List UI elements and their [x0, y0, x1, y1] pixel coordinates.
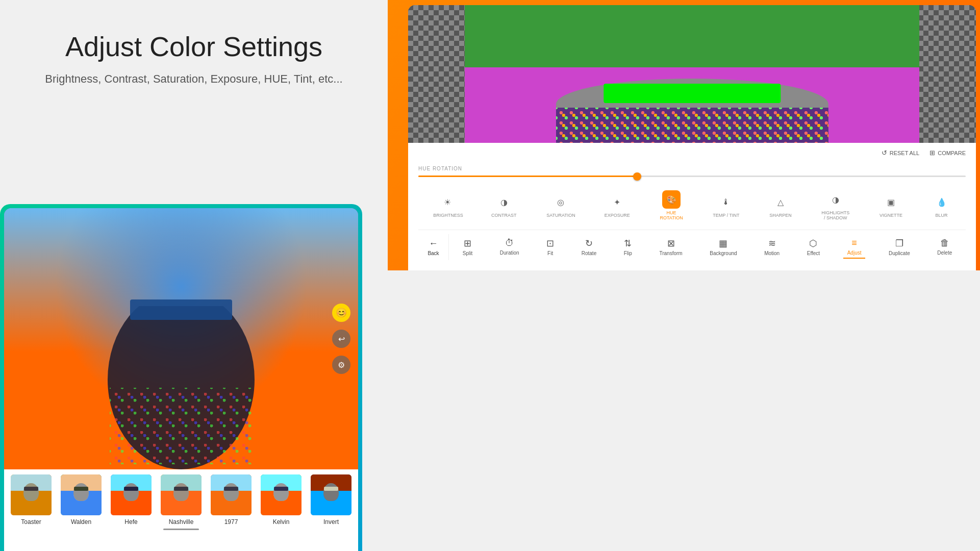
compare-button[interactable]: ⊞ COMPARE — [929, 149, 966, 157]
blur-label: BLUR — [936, 213, 948, 218]
toolbar-item-motion[interactable]: ≋ Motion — [760, 236, 784, 259]
filter-underline-nashville — [163, 529, 199, 530]
sharpen-icon: △ — [771, 193, 790, 211]
adjustment-icons: ☀ BRIGHTNESS ◑ CONTRAST ◎ SATURATION ✦ E… — [418, 186, 966, 224]
toolbar-item-duration[interactable]: ⏱ Duration — [496, 236, 523, 259]
reset-all-label: RESET ALL — [890, 150, 920, 156]
temp-tint-label: TEMP / TINT — [713, 213, 739, 218]
left-title: Adjust Color Settings — [20, 31, 367, 62]
settings-icon[interactable]: ⚙ — [332, 356, 350, 374]
hue-section: HUE ROTATION — [418, 162, 966, 181]
transform-label: Transform — [659, 251, 682, 256]
split-icon: ⊞ — [464, 238, 471, 249]
sharpen-label: SHARPEN — [769, 213, 792, 218]
background-icon: ▦ — [719, 238, 727, 249]
blur-icon: 💧 — [933, 193, 951, 211]
back-label: Back — [428, 251, 439, 256]
effect-label: Effect — [807, 251, 820, 256]
filter-thumb-1977 — [211, 474, 252, 515]
brightness-label: BRIGHTNESS — [433, 213, 461, 218]
toolbar-item-effect[interactable]: ⬡ Effect — [803, 236, 824, 259]
toolbar-icons-left: 😊 ↩ ⚙ — [332, 304, 350, 374]
toolbar-item-duplicate[interactable]: ❐ Duplicate — [885, 236, 914, 259]
list-item[interactable]: Invert — [308, 474, 354, 551]
list-item[interactable]: Nashville — [158, 474, 204, 551]
phone-mockup-right: ↺ RESET ALL ⊞ COMPARE HUE ROTATION — [388, 0, 980, 270]
left-subtitle: Brightness, Contrast, Saturation, Exposu… — [20, 72, 367, 86]
list-item[interactable]: Walden — [58, 474, 104, 551]
adj-hue-rotation[interactable]: 🎨 HUEROTATION — [660, 190, 683, 220]
adj-exposure[interactable]: ✦ EXPOSURE — [605, 193, 630, 218]
adjust-icon: ≡ — [851, 238, 857, 248]
slider-thumb[interactable] — [633, 172, 641, 181]
filter-label-toaster: Toaster — [21, 518, 41, 525]
highlights-shadow-icon: ◑ — [826, 190, 845, 209]
contrast-icon: ◑ — [495, 193, 513, 211]
adj-vignette[interactable]: ▣ VIGNETTE — [880, 193, 902, 218]
list-item[interactable]: 1977 — [208, 474, 254, 551]
duplicate-label: Duplicate — [889, 251, 910, 256]
undo-icon[interactable]: ↩ — [332, 330, 350, 348]
photo-right-content — [465, 5, 919, 143]
phone-inner-left: 😊 ↩ ⚙ — [4, 208, 358, 551]
vignette-icon: ▣ — [882, 193, 900, 211]
toolbar-item-flip[interactable]: ⇅ Flip — [620, 236, 636, 259]
emoji-icon[interactable]: 😊 — [332, 304, 350, 322]
list-item[interactable]: Toaster — [8, 474, 54, 551]
toolbar-item-rotate[interactable]: ↻ Rotate — [577, 236, 600, 259]
duration-icon: ⏱ — [505, 238, 514, 248]
hue-rotation-label: HUEROTATION — [660, 210, 683, 220]
adj-blur[interactable]: 💧 BLUR — [933, 193, 951, 218]
controls-area: ↺ RESET ALL ⊞ COMPARE HUE ROTATION — [408, 143, 976, 270]
phone-mockup-left: 😊 ↩ ⚙ — [0, 204, 362, 551]
filter-thumb-toaster — [11, 474, 52, 515]
flip-label: Flip — [624, 251, 632, 256]
adj-sharpen[interactable]: △ SHARPEN — [769, 193, 792, 218]
filter-label-walden: Walden — [71, 518, 91, 525]
filter-thumb-hefe — [111, 474, 152, 515]
filter-label-1977: 1977 — [224, 518, 238, 525]
hue-slider[interactable] — [418, 176, 966, 177]
saturation-icon: ◎ — [551, 193, 570, 211]
list-item[interactable]: Kelvin — [258, 474, 304, 551]
duration-label: Duration — [500, 250, 519, 256]
toolbar-item-delete[interactable]: 🗑 Delete — [933, 236, 956, 259]
hue-rotation-icon: 🎨 — [662, 190, 681, 209]
reset-all-button[interactable]: ↺ RESET ALL — [882, 149, 920, 157]
toolbar-item-adjust[interactable]: ≡ Adjust — [843, 236, 866, 259]
filter-thumb-invert — [311, 474, 351, 515]
background-label: Background — [710, 251, 737, 256]
duplicate-icon: ❐ — [895, 238, 903, 249]
motion-label: Motion — [764, 251, 780, 256]
adj-highlights-shadow[interactable]: ◑ HIGHLIGHTS / SHADOW — [821, 190, 849, 220]
shirt-dots — [556, 108, 828, 143]
adj-temp-tint[interactable]: 🌡 TEMP / TINT — [713, 193, 739, 218]
adjust-label: Adjust — [847, 250, 862, 256]
filter-strip: Toaster Walden — [4, 469, 358, 551]
toolbar-items-right: ⊞ Split ⏱ Duration ⊡ Fit ↻ — [449, 236, 966, 259]
adj-contrast[interactable]: ◑ CONTRAST — [491, 193, 517, 218]
adj-brightness[interactable]: ☀ BRIGHTNESS — [433, 193, 461, 218]
filter-label-kelvin: Kelvin — [273, 518, 290, 525]
delete-label: Delete — [937, 250, 952, 256]
effect-icon: ⬡ — [809, 238, 817, 249]
photo-bottom-magenta — [465, 67, 919, 143]
adj-saturation[interactable]: ◎ SATURATION — [546, 193, 574, 218]
filter-thumb-walden — [61, 474, 102, 515]
toolbar-item-split[interactable]: ⊞ Split — [459, 236, 476, 259]
rotate-label: Rotate — [582, 251, 596, 256]
rotate-icon: ↻ — [585, 238, 593, 249]
controls-top-bar: ↺ RESET ALL ⊞ COMPARE — [418, 149, 966, 157]
split-label: Split — [463, 251, 472, 256]
back-button[interactable]: ← Back — [418, 234, 449, 260]
toolbar-item-transform[interactable]: ⊠ Transform — [655, 236, 686, 259]
dot-pattern — [110, 388, 253, 464]
hue-label: HUE ROTATION — [418, 166, 966, 171]
vignette-label: VIGNETTE — [880, 213, 902, 218]
glasses-left — [130, 299, 232, 320]
list-item[interactable]: Hefe — [108, 474, 154, 551]
brightness-icon: ☀ — [438, 193, 457, 211]
compare-label: COMPARE — [938, 150, 966, 156]
toolbar-item-fit[interactable]: ⊡ Fit — [542, 236, 558, 259]
toolbar-item-background[interactable]: ▦ Background — [706, 236, 741, 259]
